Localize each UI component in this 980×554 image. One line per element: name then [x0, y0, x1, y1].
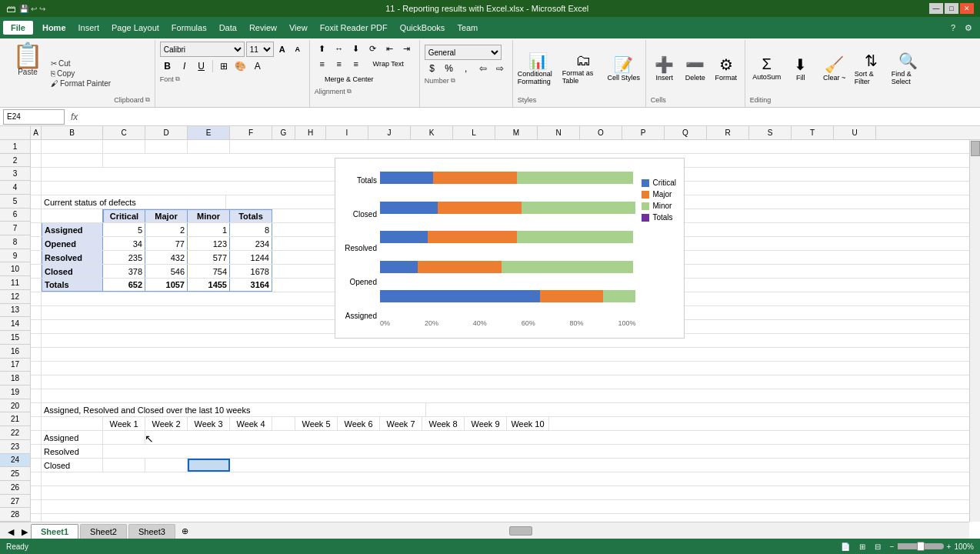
cell-C10[interactable]: 378: [103, 265, 145, 278]
cell-B7[interactable]: Assigned: [42, 223, 103, 236]
col-header-I[interactable]: I: [326, 126, 368, 139]
menu-team[interactable]: Team: [451, 21, 484, 35]
menu-file[interactable]: File: [3, 21, 33, 35]
cell-rest-26[interactable]: [42, 486, 969, 499]
col-header-M[interactable]: M: [495, 126, 538, 139]
cell-C24[interactable]: [103, 459, 145, 472]
cell-B1[interactable]: [42, 140, 103, 153]
col-header-H[interactable]: H: [295, 126, 326, 139]
zoom-in-btn[interactable]: +: [947, 542, 952, 551]
cell-E6[interactable]: Minor: [188, 209, 230, 222]
cell-E11[interactable]: 1455: [188, 279, 230, 292]
cell-B22[interactable]: Assigned: [42, 431, 103, 444]
cell-B9[interactable]: Resolved: [42, 251, 103, 264]
hscroll-thumb[interactable]: [509, 526, 532, 536]
menu-quickbooks[interactable]: QuickBooks: [394, 21, 452, 35]
row-header-15[interactable]: 15: [0, 331, 30, 345]
cell-rest-25[interactable]: [42, 472, 969, 486]
col-header-U[interactable]: U: [834, 126, 876, 139]
cell-E24[interactable]: [188, 459, 230, 472]
increase-font-btn[interactable]: A: [275, 42, 289, 56]
cell-F8[interactable]: 234: [230, 237, 272, 250]
cell-A10[interactable]: [31, 265, 42, 278]
cell-F7[interactable]: 8: [230, 223, 272, 236]
indent-decrease-btn[interactable]: ⇤: [382, 42, 398, 55]
sort-filter-btn[interactable]: ⇅ Sort & Filter: [855, 52, 888, 85]
row-header-12[interactable]: 12: [0, 290, 30, 304]
cell-D24[interactable]: [145, 459, 188, 472]
col-header-S[interactable]: S: [749, 126, 792, 139]
col-header-P[interactable]: P: [622, 126, 665, 139]
cell-C6[interactable]: Critical: [103, 209, 145, 222]
cell-A15[interactable]: [31, 334, 42, 347]
col-header-F[interactable]: F: [230, 126, 272, 139]
cell-A18[interactable]: [31, 375, 42, 389]
cell-B10[interactable]: Closed: [42, 265, 103, 278]
vscroll-thumb[interactable]: [971, 141, 980, 156]
cell-A12[interactable]: [31, 292, 42, 305]
status-layout-normal[interactable]: 📄: [841, 542, 850, 551]
zoom-slider[interactable]: [898, 543, 944, 549]
cell-A25[interactable]: [31, 472, 42, 486]
cell-A22[interactable]: [31, 431, 42, 444]
cell-B11[interactable]: Totals: [42, 279, 103, 292]
cell-E9[interactable]: 577: [188, 251, 230, 264]
cell-A6[interactable]: [31, 209, 42, 222]
cell-D8[interactable]: 77: [145, 237, 188, 250]
font-size-select[interactable]: 11: [246, 42, 274, 57]
row-header-23[interactable]: 23: [0, 440, 30, 454]
cell-E7[interactable]: 1: [188, 223, 230, 236]
hscroll-bar[interactable]: [508, 522, 969, 539]
borders-btn[interactable]: ⊞: [216, 58, 232, 74]
col-header-G[interactable]: G: [272, 126, 295, 139]
cell-C7[interactable]: 5: [103, 223, 145, 236]
cell-A8[interactable]: [31, 237, 42, 250]
col-header-K[interactable]: K: [411, 126, 453, 139]
cell-A7[interactable]: [31, 223, 42, 236]
cell-C8[interactable]: 34: [103, 237, 145, 250]
delete-cells-btn[interactable]: ➖ Delete: [682, 55, 709, 82]
sheet-tab-sheet1[interactable]: Sheet1: [31, 524, 78, 539]
cell-rest-23[interactable]: [103, 445, 969, 458]
row-header-3[interactable]: 3: [0, 167, 30, 181]
cell-F10[interactable]: 1678: [230, 265, 272, 278]
menu-home[interactable]: Home: [36, 21, 72, 35]
paste-btn[interactable]: 📋 Paste: [8, 42, 48, 105]
row-header-6[interactable]: 6: [0, 209, 30, 222]
clear-btn[interactable]: 🧹 Clear ~: [818, 55, 852, 82]
cell-K21[interactable]: Week 8: [422, 417, 465, 430]
cell-I21[interactable]: Week 6: [338, 417, 380, 430]
cell-rest-24[interactable]: [230, 459, 969, 472]
copy-btn[interactable]: ⎘ Copy: [51, 69, 111, 78]
zoom-thumb[interactable]: [917, 542, 925, 551]
underline-btn[interactable]: U: [194, 58, 209, 74]
row-header-17[interactable]: 17: [0, 359, 30, 372]
cell-D7[interactable]: 2: [145, 223, 188, 236]
conditional-formatting-btn[interactable]: 📊 Conditional Formatting: [518, 52, 559, 85]
sheet-nav-left[interactable]: ◀: [3, 526, 18, 539]
menu-formulas[interactable]: Formulas: [165, 21, 213, 35]
font-color-btn[interactable]: A: [250, 58, 265, 74]
cell-A4[interactable]: [31, 182, 42, 195]
col-header-N[interactable]: N: [538, 126, 580, 139]
col-header-R[interactable]: R: [707, 126, 749, 139]
cell-rest-20[interactable]: [426, 403, 969, 416]
menu-review[interactable]: Review: [243, 21, 283, 35]
menu-insert[interactable]: Insert: [72, 21, 106, 35]
cell-B21[interactable]: [42, 417, 103, 430]
cell-L21[interactable]: Week 9: [465, 417, 507, 430]
cell-C1[interactable]: [103, 140, 145, 153]
row-header-16[interactable]: 16: [0, 345, 30, 359]
cell-F9[interactable]: 1244: [230, 251, 272, 264]
cell-A13[interactable]: [31, 306, 42, 319]
help-icon[interactable]: ?: [946, 23, 960, 32]
row-header-22[interactable]: 22: [0, 426, 30, 440]
row-header-4[interactable]: 4: [0, 181, 30, 195]
row-header-13[interactable]: 13: [0, 304, 30, 318]
cell-rest-22[interactable]: [145, 431, 969, 444]
col-header-J[interactable]: J: [368, 126, 411, 139]
align-bottom-btn[interactable]: ⬇: [348, 42, 364, 55]
row-header-2[interactable]: 2: [0, 154, 30, 168]
cell-D10[interactable]: 546: [145, 265, 188, 278]
cell-styles-btn[interactable]: 📝 Cell Styles: [607, 55, 641, 82]
